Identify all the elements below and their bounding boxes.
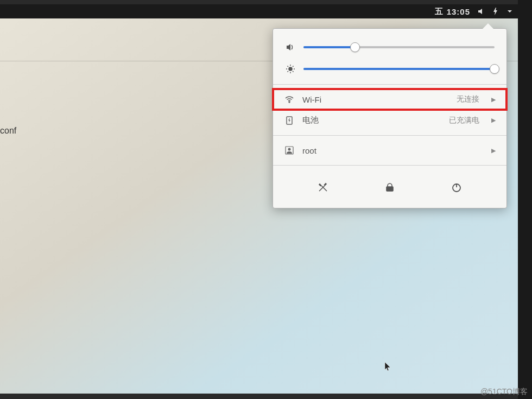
wifi-status: 无连接 [457, 94, 479, 104]
menu-separator [273, 135, 506, 136]
brightness-slider-thumb[interactable] [490, 64, 499, 74]
clock[interactable]: 五 13:05 [435, 7, 470, 17]
chevron-right-icon: ▶ [491, 96, 496, 103]
clock-day: 五 [435, 7, 444, 17]
chevron-right-icon: ▶ [491, 147, 496, 154]
menu-separator [273, 84, 506, 85]
background-text: conf [0, 126, 16, 136]
menu-separator [273, 165, 506, 166]
chevron-right-icon: ▶ [491, 117, 496, 124]
battery-icon [284, 116, 295, 125]
lock-button[interactable] [379, 176, 401, 198]
power-button[interactable] [446, 176, 467, 198]
svg-point-4 [288, 148, 291, 151]
desktop-screen: 五 13:05 conf [0, 4, 518, 394]
battery-indicator-icon[interactable] [492, 7, 501, 16]
svg-rect-5 [387, 187, 393, 191]
clock-time: 13:05 [447, 7, 470, 16]
mouse-cursor-icon [384, 362, 392, 375]
svg-point-0 [289, 67, 292, 71]
svg-point-1 [289, 102, 290, 103]
user-menu-item[interactable]: root ▶ [273, 140, 506, 161]
volume-slider-row [273, 36, 506, 58]
wifi-icon [284, 94, 295, 104]
brightness-slider-row [273, 58, 506, 80]
top-bar: 五 13:05 [0, 4, 518, 18]
dropdown-pointer [483, 23, 493, 29]
volume-icon [285, 42, 296, 52]
user-label: root [302, 146, 316, 155]
battery-status: 已充满电 [449, 116, 479, 125]
volume-slider[interactable] [303, 46, 495, 48]
brightness-slider[interactable] [303, 68, 495, 70]
screen-bezel [518, 0, 532, 399]
battery-menu-item[interactable]: 电池 已充满电 ▶ [273, 110, 506, 131]
volume-indicator-icon[interactable] [477, 7, 485, 16]
brightness-icon [285, 64, 296, 74]
bottom-actions-row [273, 170, 506, 200]
wifi-menu-item[interactable]: Wi-Fi 无连接 ▶ [273, 89, 506, 110]
battery-label: 电池 [302, 115, 319, 125]
volume-slider-thumb[interactable] [350, 42, 360, 52]
system-menu-dropdown: Wi-Fi 无连接 ▶ 电池 已充满电 ▶ [273, 28, 507, 208]
user-icon [284, 145, 295, 155]
settings-button[interactable] [312, 176, 334, 198]
watermark: @51CTO博客 [480, 387, 528, 397]
wifi-label: Wi-Fi [302, 95, 321, 104]
dropdown-caret-icon[interactable] [507, 9, 512, 14]
